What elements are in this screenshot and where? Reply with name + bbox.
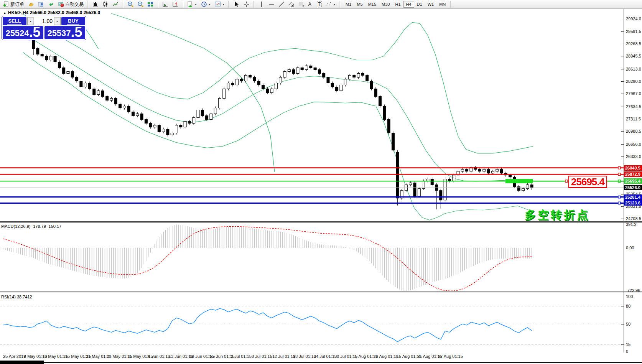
rsi-levels [0, 306, 624, 345]
rsi-tick-mark [621, 344, 624, 345]
gold-book-icon [28, 1, 34, 7]
time-axis-label[interactable]: 2 May 01:15 [24, 354, 47, 359]
zoom-out-button[interactable] [136, 0, 145, 8]
tf-w1-button[interactable]: W1 [425, 1, 437, 8]
text-label-tool-button[interactable]: T [315, 0, 323, 8]
rsi-axis-label: 50 [626, 322, 630, 326]
one-click-trade-panel: SELL ▼ 1.00 ▲ BUY 25524 .5 25537 .5 [2, 16, 86, 40]
tf-h4-button[interactable]: H4 [403, 1, 414, 8]
toolbar-separator [339, 1, 341, 8]
fibonacci-tool-button[interactable]: F [297, 0, 306, 8]
price-tick-mark [621, 107, 624, 107]
panel-separator[interactable] [0, 292, 642, 293]
tf-mn-button[interactable]: MN [436, 1, 448, 8]
periods-button[interactable]: ▼ [199, 0, 212, 8]
vline-tool-button[interactable] [257, 0, 266, 8]
new-order-button[interactable]: 新订单 [2, 0, 26, 8]
price-tag-box[interactable]: 25695.4 [568, 176, 607, 188]
macd-axis-max: 391.2 [626, 222, 637, 227]
price-tick-mark [621, 131, 624, 132]
history-center-button[interactable] [26, 0, 36, 8]
person-window-icon [38, 1, 44, 7]
price-line-label: 26040.5 [624, 165, 642, 171]
tf-m30-button[interactable]: M30 [379, 1, 392, 8]
zoom-in-button[interactable] [126, 0, 135, 8]
trendline-tool-button[interactable] [277, 0, 286, 8]
candlestick-mode-button[interactable] [101, 0, 110, 8]
price-tick-label: 27311.5 [626, 117, 641, 121]
turning-point-annotation[interactable]: 多空转折点 [525, 208, 590, 223]
volume-input[interactable]: 1.00 [34, 17, 54, 25]
time-axis-label[interactable]: 12 Jul 01:15 [272, 354, 295, 359]
tf-m5-button[interactable]: M5 [354, 1, 365, 8]
price-tick-mark [621, 181, 624, 181]
time-axis-label[interactable]: 27 Aug 01:15 [438, 354, 463, 359]
time-axis-label[interactable]: 8 May 01:15 [44, 354, 68, 359]
price-tick-label: 28290.0 [626, 79, 641, 84]
sell-price-button[interactable]: 25524 .5 [3, 26, 43, 39]
auto-trading-button[interactable]: 自动交易 [56, 0, 85, 8]
crosshair-icon [244, 1, 250, 7]
horizontal-lines-layer [0, 167, 624, 204]
indicators-button[interactable]: ▼ [186, 0, 199, 8]
tf-d1-button[interactable]: D1 [414, 1, 425, 8]
tf-m1-button[interactable]: M1 [343, 1, 354, 8]
main-chart-canvas[interactable] [0, 9, 624, 221]
price-tick-mark [621, 169, 624, 169]
buy-label: BUY [67, 18, 79, 25]
templates-button[interactable]: ▼ [213, 0, 226, 8]
channel-tool-button[interactable]: E [287, 0, 296, 8]
bollinger-bands [23, 14, 533, 220]
volume-decrease-button[interactable]: ▼ [28, 17, 34, 25]
time-axis-label[interactable]: 2 Jul 01:15 [231, 354, 252, 359]
price-line-label: 25281.4 [624, 194, 642, 200]
new-order-label: 新订单 [10, 1, 24, 8]
time-axis-label[interactable]: 8 Jul 01:15 [252, 354, 272, 359]
time-axis-label[interactable]: 24 Jul 01:15 [314, 354, 337, 359]
tf-m15-button[interactable]: M15 [365, 1, 379, 8]
auto-trading-label: 自动交易 [65, 1, 84, 8]
macd-canvas[interactable] [0, 223, 624, 291]
tile-windows-button[interactable] [146, 0, 155, 8]
line-chart-mode-button[interactable] [111, 0, 120, 8]
time-axis-label[interactable]: 6 Jun 01:15 [148, 354, 170, 359]
trendline-icon [278, 1, 285, 7]
macd-axis-min: -722.96 [626, 288, 640, 293]
rsi-canvas[interactable] [0, 293, 624, 352]
tile-windows-icon [147, 1, 153, 7]
price-line-label: 25872.9 [624, 171, 642, 177]
text-tool-button[interactable]: A [307, 0, 314, 8]
buy-price-button[interactable]: 25537 .5 [44, 26, 85, 39]
bar-chart-mode-button[interactable] [91, 0, 100, 8]
market-watch-button[interactable] [36, 0, 46, 8]
sell-price-frac: .5 [29, 26, 41, 38]
news-signal-button[interactable] [46, 0, 56, 8]
zoom-in-icon [127, 1, 133, 7]
price-tick-label: 29268.5 [626, 41, 641, 46]
time-axis-label[interactable]: 9 Aug 01:15 [376, 354, 398, 359]
volume-increase-button[interactable]: ▲ [54, 17, 60, 25]
rsi-axis-label: 100 [626, 294, 633, 299]
time-axis-label[interactable]: 30 Jul 01:15 [334, 354, 357, 359]
toolbar-separator [122, 1, 124, 8]
cursor-tool-button[interactable] [232, 0, 241, 8]
candles-layer [2, 16, 533, 209]
crosshair-tool-button[interactable] [242, 0, 251, 8]
tf-h1-button[interactable]: H1 [392, 1, 403, 8]
time-axis-label[interactable]: 18 Jul 01:15 [293, 354, 316, 359]
price-tick-label: 26988.5 [626, 129, 641, 133]
chart-shift-button[interactable] [171, 0, 180, 8]
auto-scroll-button[interactable] [161, 0, 170, 8]
collapse-triangle-icon[interactable]: ▲ [3, 11, 7, 15]
time-axis-label[interactable]: 25 Apr 2019 [3, 354, 26, 359]
time-axis-label[interactable]: 5 Aug 01:15 [355, 354, 378, 359]
sell-button[interactable]: SELL [3, 17, 26, 25]
cursor-icon [234, 1, 240, 7]
bottom-edge-rule [44, 362, 642, 363]
fibonacci-icon: F [298, 1, 305, 7]
dropdown-arrow-icon: ▼ [208, 3, 211, 6]
arrows-tool-button[interactable]: ▼ [324, 0, 337, 8]
hline-tool-button[interactable] [267, 0, 276, 8]
add-indicator-icon [187, 1, 193, 7]
sell-label: SELL [7, 18, 21, 25]
